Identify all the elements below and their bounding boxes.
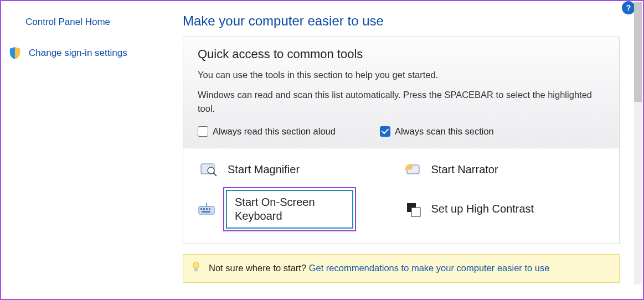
magnifier-icon [200, 162, 219, 178]
scrollbar-track[interactable] [634, 2, 642, 285]
tool-magnifier-label: Start Magnifier [228, 163, 300, 176]
tool-osk-label: Start On-Screen Keyboard [235, 195, 344, 223]
tool-high-contrast-label: Set up High Contrast [431, 203, 534, 215]
sidebar-link-signin-label: Change sign-in settings [29, 48, 127, 58]
panel-header: Quick access to common tools You can use… [183, 37, 619, 148]
checkbox-box-unchecked [198, 126, 208, 137]
tool-high-contrast[interactable]: Set up High Contrast [401, 187, 605, 231]
svg-rect-7 [203, 208, 205, 210]
svg-rect-5 [199, 206, 214, 214]
recommend-link[interactable]: Get recommendations to make your compute… [309, 263, 550, 273]
sidebar: Control Panel Home Change sign-in settin… [1, 1, 173, 299]
keyboard-icon [198, 201, 217, 218]
shield-icon [9, 46, 21, 60]
tool-osk-highlight: Start On-Screen Keyboard [223, 187, 356, 231]
lightbulb-icon [191, 261, 201, 276]
high-contrast-icon [404, 201, 423, 218]
checkbox-row: Always read this section aloud Always sc… [198, 126, 605, 137]
svg-rect-10 [202, 211, 210, 213]
tool-magnifier[interactable]: Start Magnifier [198, 159, 401, 180]
checkbox-box-checked [380, 126, 390, 137]
narrator-icon [404, 162, 423, 178]
panel-intro: You can use the tools in this section to… [198, 68, 605, 82]
svg-rect-8 [206, 208, 208, 210]
svg-point-4 [406, 164, 413, 170]
tool-narrator[interactable]: Start Narrator [401, 159, 605, 180]
svg-rect-14 [194, 268, 197, 271]
recommend-prefix: Not sure where to start? [209, 263, 309, 273]
panel-heading: Quick access to common tools [198, 47, 605, 61]
quick-access-panel: Quick access to common tools You can use… [183, 37, 620, 244]
svg-point-13 [193, 262, 199, 269]
tool-osk-row: Start On-Screen Keyboard [198, 187, 401, 231]
recommendation-bar: Not sure where to start? Get recommendat… [183, 254, 620, 283]
checkbox-read-label: Always read this section aloud [213, 126, 336, 137]
svg-rect-6 [200, 208, 202, 210]
svg-line-2 [213, 173, 217, 176]
checkbox-read-aloud[interactable]: Always read this section aloud [198, 126, 336, 137]
tool-narrator-label: Start Narrator [431, 163, 498, 176]
page-root: Control Panel Home Change sign-in settin… [1, 1, 643, 299]
help-icon[interactable]: ? [622, 1, 635, 14]
checkbox-scan-label: Always scan this section [395, 126, 494, 137]
main: Make your computer easier to use Quick a… [173, 1, 633, 299]
scrollbar-thumb[interactable] [634, 2, 642, 102]
sidebar-link-signin[interactable]: Change sign-in settings [8, 44, 162, 62]
sidebar-link-home[interactable]: Control Panel Home [8, 13, 162, 31]
page-title: Make your computer easier to use [183, 13, 620, 29]
svg-rect-9 [209, 208, 210, 210]
checkbox-scan-section[interactable]: Always scan this section [380, 126, 494, 137]
tool-osk[interactable]: Start On-Screen Keyboard [226, 190, 353, 229]
panel-scan-note: Windows can read and scan this list auto… [198, 88, 605, 116]
tools-grid: Start Magnifier Start Narrator [183, 148, 619, 244]
svg-rect-12 [411, 208, 420, 216]
recommend-text: Not sure where to start? Get recommendat… [209, 263, 549, 273]
